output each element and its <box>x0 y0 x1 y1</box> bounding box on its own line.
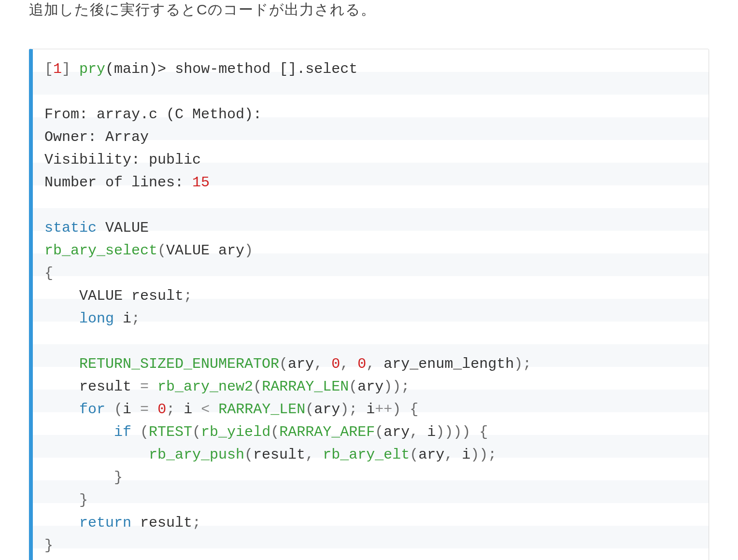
visibility-label: Visibility: <box>44 152 140 168</box>
intro-text: 追加した後に実行するとCのコードが出力される。 <box>29 0 719 20</box>
bracket-open: [ <box>44 61 53 77</box>
fn-rb-ary-push: rb_ary_push <box>149 447 244 463</box>
kw-static: static <box>44 220 97 236</box>
page: 追加した後に実行するとCのコードが出力される。 [1] pry(main)> s… <box>0 0 738 560</box>
bracket-close: ] <box>62 61 71 77</box>
type-value: VALUE <box>105 220 149 236</box>
lines-value: 15 <box>192 174 210 191</box>
kw-return: return <box>79 515 131 531</box>
kw-for: for <box>79 401 105 418</box>
code-block: [1] pry(main)> show-method [].select Fro… <box>29 49 709 560</box>
kw-long: long <box>79 310 114 327</box>
from-value: array.c (C Method): <box>97 106 262 123</box>
fn-return-sized-enum: RETURN_SIZED_ENUMERATOR <box>79 356 279 372</box>
fn-rb-ary-select: rb_ary_select <box>44 242 157 259</box>
owner-value: Array <box>105 129 149 145</box>
kw-if: if <box>114 424 131 440</box>
fn-rb-ary-new2: rb_ary_new2 <box>157 378 253 395</box>
pry-arg: [].select <box>279 61 357 77</box>
pry-label: pry <box>79 61 105 77</box>
lines-label: Number of lines: <box>44 174 184 191</box>
prompt-number: 1 <box>53 61 62 77</box>
visibility-value: public <box>149 152 201 168</box>
pry-command: show-method <box>175 61 270 77</box>
pry-main: (main)> <box>105 61 166 77</box>
code-content: [1] pry(main)> show-method [].select Fro… <box>33 49 709 560</box>
from-label: From: <box>44 106 88 123</box>
owner-label: Owner: <box>44 129 97 145</box>
